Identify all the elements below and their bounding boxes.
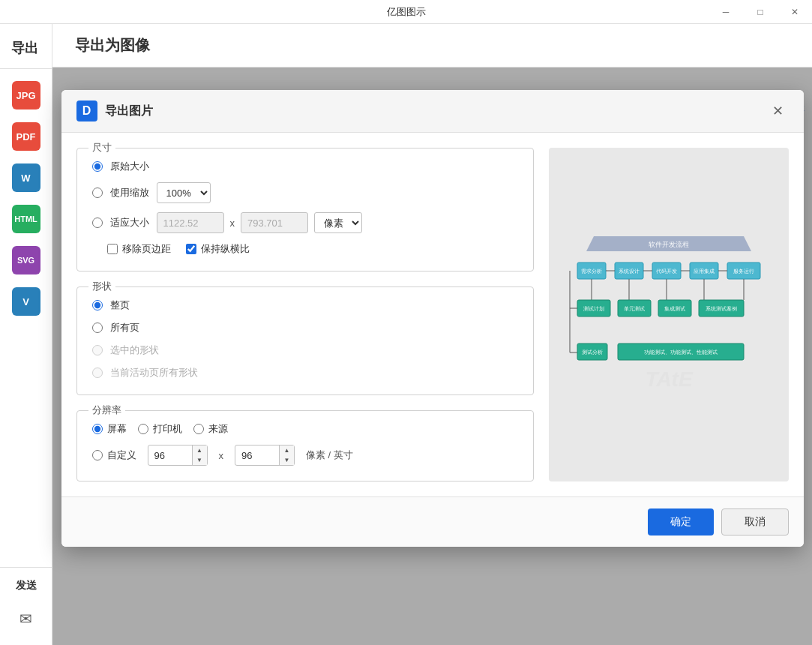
printer-radio[interactable] — [138, 424, 148, 434]
export-dialog: D 导出图片 ✕ 尺寸 — [61, 90, 804, 547]
sidebar-send-label: 发送 — [16, 575, 37, 596]
custom-label: 自定义 — [107, 448, 136, 462]
resolution-section: 分辨率 屏幕 打印机 — [76, 410, 534, 482]
svg-text:系统设计: 系统设计 — [619, 268, 640, 274]
resolution-options-row: 屏幕 打印机 来源 — [92, 422, 518, 436]
fit-height-input[interactable] — [241, 212, 308, 233]
confirm-button[interactable]: 确定 — [648, 508, 714, 536]
sidebar: 导出 JPG PDF W HTML SVG V 发送 ✉ — [0, 24, 52, 645]
printer-label: 打印机 — [153, 422, 182, 436]
height-down-btn[interactable]: ▼ — [280, 455, 294, 465]
resolution-section-label: 分辨率 — [88, 404, 125, 417]
screen-label: 屏幕 — [107, 422, 127, 436]
source-option: 来源 — [193, 422, 228, 436]
keep-ratio-row: 保持纵横比 — [186, 242, 250, 256]
active-page-radio — [92, 368, 103, 378]
source-label: 来源 — [208, 422, 228, 436]
dialog-body: 尺寸 原始大小 使用缩放 — [61, 133, 804, 496]
svg-text:集成测试: 集成测试 — [664, 306, 685, 311]
content-area: 导出为图像 保存为图片文件，比如BMP, JPEG, PNG, GIF格式。 V… — [52, 24, 812, 645]
screen-option: 屏幕 — [92, 422, 127, 436]
sidebar-item-pdf[interactable]: PDF — [7, 118, 45, 155]
svg-text:测试分析: 测试分析 — [582, 350, 603, 355]
width-down-btn[interactable]: ▼ — [193, 455, 207, 465]
svg-badge: SVG — [12, 246, 40, 274]
custom-height-spinner: ▲ ▼ — [235, 445, 295, 466]
x-separator: x — [230, 218, 235, 229]
v-badge: V — [12, 287, 40, 316]
all-pages-radio[interactable] — [92, 322, 103, 333]
fit-unit-select[interactable]: 像素 英寸 毫米 — [314, 212, 362, 233]
original-size-label: 原始大小 — [110, 160, 149, 173]
sidebar-export-header: 导出 — [0, 24, 52, 69]
title-bar: 亿图图示 ─ □ ✕ — [0, 0, 812, 24]
selected-shape-radio — [92, 345, 103, 356]
size-section-label: 尺寸 — [88, 141, 115, 154]
source-radio[interactable] — [193, 424, 204, 434]
sidebar-item-html[interactable]: HTML — [7, 200, 45, 238]
svg-text:功能测试、功能测试、性能测试: 功能测试、功能测试、性能测试 — [644, 350, 718, 355]
window-controls: ─ □ ✕ — [709, 0, 812, 24]
keep-ratio-checkbox[interactable] — [186, 244, 196, 254]
width-up-btn[interactable]: ▲ — [193, 446, 207, 455]
keep-ratio-label: 保持纵横比 — [201, 242, 250, 256]
dialog-left-panel: 尺寸 原始大小 使用缩放 — [76, 148, 534, 482]
active-page-label: 当前活动页所有形状 — [110, 366, 198, 380]
word-badge: W — [12, 164, 40, 192]
dialog-close-button[interactable]: ✕ — [768, 100, 789, 122]
zoom-size-label: 使用缩放 — [110, 186, 149, 200]
svg-text:服务运行: 服务运行 — [733, 268, 754, 274]
maximize-button[interactable]: □ — [743, 0, 778, 24]
cancel-button[interactable]: 取消 — [721, 508, 789, 536]
jpg-badge: JPG — [12, 81, 40, 110]
original-size-radio[interactable] — [92, 161, 103, 172]
dialog-title: 导出图片 — [105, 104, 768, 119]
all-pages-row: 所有页 — [92, 321, 518, 334]
svg-text:TAtE: TAtE — [645, 368, 694, 391]
svg-text:测试计划: 测试计划 — [583, 306, 604, 311]
screen-radio[interactable] — [92, 424, 103, 434]
height-spinner-buttons: ▲ ▼ — [279, 446, 294, 465]
dialog-overlay: D 导出图片 ✕ 尺寸 — [52, 68, 812, 645]
remove-margin-checkbox[interactable] — [107, 244, 118, 254]
minimize-button[interactable]: ─ — [709, 0, 743, 24]
custom-option: 自定义 — [92, 448, 136, 462]
fit-size-radio[interactable] — [92, 218, 103, 228]
dialog-footer: 确定 取消 — [61, 496, 804, 547]
sidebar-items: JPG PDF W HTML SVG V — [0, 69, 52, 320]
app-title: 亿图图示 — [387, 5, 426, 19]
original-size-row: 原始大小 — [92, 160, 518, 173]
sidebar-item-svg[interactable]: SVG — [7, 242, 45, 279]
selected-shape-row: 选中的形状 — [92, 344, 518, 357]
close-button[interactable]: ✕ — [778, 0, 812, 24]
svg-text:应用集成: 应用集成 — [694, 268, 715, 274]
content-header: 导出为图像 — [52, 24, 812, 68]
resolution-x-separator: x — [219, 450, 224, 461]
zoom-select[interactable]: 100% 50% 150% 200% — [157, 182, 211, 203]
main-layout: 导出 JPG PDF W HTML SVG V 发送 ✉ — [0, 24, 812, 645]
resolution-unit-label: 像素 / 英寸 — [306, 448, 353, 462]
sidebar-item-jpg[interactable]: JPG — [7, 76, 45, 114]
height-up-btn[interactable]: ▲ — [280, 446, 294, 455]
svg-text:单元测试: 单元测试 — [624, 306, 645, 311]
full-page-radio[interactable] — [92, 300, 103, 310]
content-body: 保存为图片文件，比如BMP, JPEG, PNG, GIF格式。 VC D 导出… — [52, 68, 812, 645]
sidebar-send-button[interactable]: ✉ — [7, 600, 45, 638]
shape-section: 形状 整页 所有页 — [76, 286, 534, 395]
zoom-size-radio[interactable] — [92, 188, 103, 198]
pdf-badge: PDF — [12, 122, 40, 151]
fit-width-input[interactable] — [157, 212, 224, 233]
printer-option: 打印机 — [138, 422, 182, 436]
sidebar-bottom: 发送 ✉ — [0, 567, 52, 645]
custom-resolution-row: 自定义 ▲ ▼ x — [92, 445, 518, 466]
flowchart-svg: 软件开发流程 需求分析 系统设计 代码开发 应用集成 — [564, 210, 774, 420]
sidebar-item-v[interactable]: V — [7, 283, 45, 320]
active-page-row: 当前活动页所有形状 — [92, 366, 518, 380]
preview-panel: 软件开发流程 需求分析 系统设计 代码开发 应用集成 — [549, 148, 789, 482]
preview-inner: 软件开发流程 需求分析 系统设计 代码开发 应用集成 — [549, 148, 789, 482]
sidebar-item-word[interactable]: W — [7, 159, 45, 196]
custom-radio[interactable] — [92, 450, 103, 460]
svg-text:系统测试案例: 系统测试案例 — [706, 305, 737, 311]
fit-size-inputs: x 像素 英寸 毫米 — [157, 212, 363, 233]
width-spinner-buttons: ▲ ▼ — [192, 446, 207, 465]
